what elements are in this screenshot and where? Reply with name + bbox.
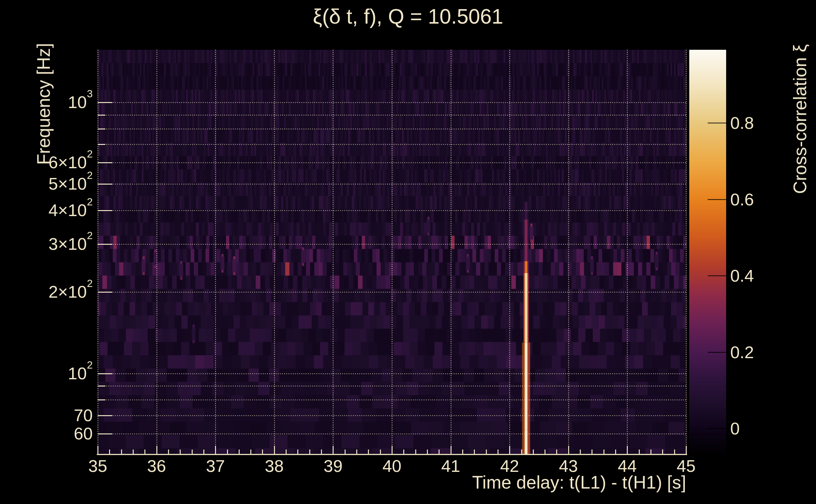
y-tick-label: 6×102 <box>0 153 93 172</box>
colorbar-tick-label: 0.2 <box>730 343 754 362</box>
x-tick-label: 41 <box>426 457 476 474</box>
x-tick-label: 40 <box>367 457 417 474</box>
y-tick-label: 5×102 <box>0 174 93 193</box>
x-tick-label: 37 <box>190 457 241 474</box>
y-tick-label: 102 <box>0 364 93 383</box>
y-tick-label: 103 <box>0 93 93 112</box>
x-tick-label: 35 <box>72 457 123 474</box>
colorbar-tick-label: 0.4 <box>730 266 754 285</box>
x-tick-label: 42 <box>484 457 535 474</box>
y-tick-label: 4×102 <box>0 201 93 220</box>
x-tick-label: 36 <box>131 457 182 474</box>
x-tick-label: 44 <box>602 457 652 474</box>
colorbar-tick-label: 0.6 <box>730 190 754 209</box>
y-tick-label: 2×102 <box>0 282 93 301</box>
colorbar-tick-label: 0 <box>730 419 740 438</box>
chart-title: ξ(δ t, f), Q = 10.5061 <box>0 4 816 28</box>
y-tick-label: 70 <box>0 406 93 425</box>
x-tick-label: 39 <box>308 457 358 474</box>
heatmap-canvas <box>0 0 816 504</box>
x-tick-label: 38 <box>249 457 300 474</box>
colorbar-tick-label: 0.8 <box>730 113 754 132</box>
x-tick-label: 45 <box>661 457 711 474</box>
colorbar-title: Cross-correlation ξ <box>790 44 810 194</box>
x-tick-label: 43 <box>543 457 594 474</box>
y-tick-label: 60 <box>0 424 93 443</box>
y-tick-label: 3×102 <box>0 234 93 253</box>
cross-correlation-plot: ξ(δ t, f), Q = 10.5061 Frequency [Hz] Ti… <box>0 0 816 504</box>
